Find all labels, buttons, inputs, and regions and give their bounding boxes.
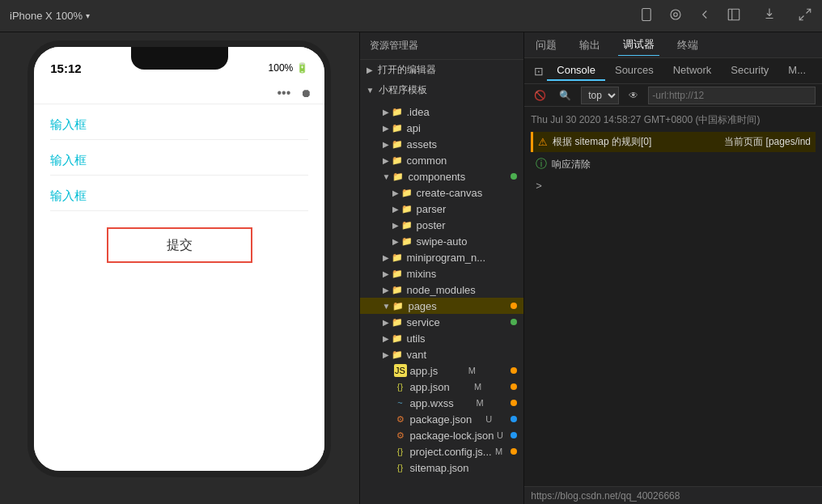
devtools-tabs-top: 问题 输出 调试器 终端: [524, 32, 822, 58]
eye-icon[interactable]: 👁: [625, 88, 642, 103]
clear-console-button[interactable]: 🚫: [531, 88, 549, 103]
item-label-miniprogram-n: miniprogram_n...: [407, 252, 486, 264]
battery-icon: 🔋: [296, 62, 308, 74]
file-item-miniprogram-n[interactable]: ▶ 📁 miniprogram_n...: [360, 249, 524, 265]
badge-app-js: [511, 367, 517, 374]
inner-tab-security[interactable]: Security: [721, 61, 778, 81]
item-label-idea: .idea: [407, 106, 430, 118]
file-item-app-js[interactable]: JS app.js M: [360, 362, 524, 379]
folder-icon-miniprogram-n: 📁: [391, 251, 404, 264]
file-item-package-lock-json[interactable]: ⚙ package-lock.json U: [360, 427, 524, 443]
file-item-poster[interactable]: ▶ 📁 poster: [360, 217, 524, 233]
file-item-parser[interactable]: ▶ 📁 parser: [360, 201, 524, 217]
inner-tab-network[interactable]: Network: [663, 61, 722, 81]
svg-line-7: [799, 15, 803, 19]
file-item-package-json[interactable]: ⚙ package.json U: [360, 411, 524, 427]
open-editors-section[interactable]: ▶ 打开的编辑器: [360, 60, 524, 80]
tab-problems[interactable]: 问题: [531, 35, 561, 56]
file-tree: ▶ 📁 .idea ▶ 📁 api ▶ 📁 assets ▶ 📁 common: [360, 100, 524, 479]
folder-icon-poster: 📁: [400, 218, 413, 231]
file-item-swipe-auto[interactable]: ▶ 📁 swipe-auto: [360, 233, 524, 249]
filter-icon[interactable]: 🔍: [556, 88, 574, 103]
inner-tab-sources[interactable]: Sources: [605, 61, 663, 81]
info-text: 响应清除: [552, 158, 591, 172]
filter-input[interactable]: [648, 87, 816, 104]
item-label-api: api: [407, 122, 421, 134]
folder-arrow-idea: ▶: [383, 108, 389, 116]
folder-icon-components: 📁: [392, 170, 405, 183]
phone-frame: 15:12 100% 🔋 ••• ⏺ 输入框 输入框 输入框 提交: [28, 40, 331, 477]
tab-debugger[interactable]: 调试器: [618, 34, 659, 56]
back-icon[interactable]: [697, 7, 712, 25]
record-phone-icon[interactable]: ⏺: [300, 87, 311, 100]
folder-icon-create-canvas: 📁: [400, 186, 413, 199]
item-label-node-modules: node_modules: [407, 284, 476, 296]
item-label-package-lock-json: package-lock.json: [410, 430, 494, 442]
file-item-idea[interactable]: ▶ 📁 .idea: [360, 104, 524, 120]
input-row-2[interactable]: 输入框: [50, 153, 308, 176]
folder-arrow-vant: ▶: [383, 350, 389, 359]
usb-icon[interactable]: [762, 7, 777, 25]
js-icon-app-js: JS: [394, 364, 407, 377]
console-prompt[interactable]: >: [531, 176, 816, 195]
badge-package-json: [511, 416, 517, 422]
folder-arrow-miniprogram-n: ▶: [383, 253, 389, 262]
tablet-icon[interactable]: [639, 7, 654, 25]
tab-terminal[interactable]: 终端: [672, 35, 703, 56]
device-selector[interactable]: iPhone X 100% ▾: [10, 10, 90, 22]
battery-label: 100%: [269, 62, 294, 74]
expand-icon[interactable]: [798, 7, 812, 25]
folder-icon-vant: 📁: [391, 348, 404, 361]
folder-arrow-mixins: ▶: [383, 269, 389, 278]
item-label-package-json: package.json: [410, 413, 472, 426]
file-item-common[interactable]: ▶ 📁 common: [360, 152, 524, 168]
badge-project-config: [511, 448, 517, 455]
file-item-vant[interactable]: ▶ 📁 vant: [360, 346, 524, 362]
file-item-mixins[interactable]: ▶ 📁 mixins: [360, 265, 524, 282]
file-item-service[interactable]: ▶ 📁 service: [360, 314, 524, 330]
file-item-project-config[interactable]: {} project.config.js... M: [360, 443, 524, 460]
file-item-app-wxss[interactable]: ~ app.wxss M: [360, 395, 524, 411]
badge-service: [511, 319, 517, 325]
svg-rect-0: [642, 8, 651, 20]
miniprogram-label: 小程序模板: [379, 83, 427, 97]
item-label-app-json: app.json: [410, 381, 450, 393]
warning-link[interactable]: 当前页面 [pages/ind: [724, 135, 811, 149]
folder-icon-idea: 📁: [391, 105, 404, 118]
window-icon[interactable]: [727, 7, 741, 25]
dots-icon[interactable]: •••: [277, 86, 290, 100]
devtools-side-btn[interactable]: ⊡: [531, 63, 547, 79]
miniprogram-section[interactable]: ▼ 小程序模板: [360, 80, 524, 100]
file-item-node-modules[interactable]: ▶ 📁 node_modules: [360, 282, 524, 298]
file-item-app-json[interactable]: {} app.json M: [360, 379, 524, 395]
folder-icon-parser: 📁: [400, 202, 413, 215]
file-item-create-canvas[interactable]: ▶ 📁 create-canvas: [360, 184, 524, 201]
file-item-api[interactable]: ▶ 📁 api: [360, 120, 524, 136]
warning-text: 根据 sitemap 的规则[0]: [553, 135, 719, 149]
file-item-utils[interactable]: ▶ 📁 utils: [360, 330, 524, 346]
record-icon[interactable]: [668, 7, 683, 25]
submit-button[interactable]: 提交: [107, 227, 252, 263]
folder-arrow-create-canvas: ▶: [392, 188, 399, 197]
item-label-poster: poster: [417, 219, 446, 231]
item-label-mixins: mixins: [407, 268, 437, 280]
inner-tab-console[interactable]: Console: [547, 61, 605, 81]
file-item-assets[interactable]: ▶ 📁 assets: [360, 136, 524, 152]
folder-icon-api: 📁: [391, 121, 404, 134]
console-timestamp: Thu Jul 30 2020 14:58:27 GMT+0800 (中国标准时…: [531, 110, 816, 130]
tab-output[interactable]: 输出: [574, 35, 605, 56]
input-row-1[interactable]: 输入框: [50, 117, 308, 140]
phone-notch: [131, 47, 228, 70]
mp-arrow-icon: ▼: [367, 86, 375, 95]
badge-components: [511, 173, 517, 180]
file-item-sitemap-json[interactable]: {} sitemap.json: [360, 460, 524, 476]
info-circle-icon: ⓘ: [536, 157, 547, 172]
input-row-3[interactable]: 输入框: [50, 188, 308, 211]
file-item-components[interactable]: ▼ 📁 components: [360, 168, 524, 184]
level-selector[interactable]: top: [581, 87, 619, 104]
svg-line-6: [807, 9, 811, 13]
file-item-pages[interactable]: ▼ 📁 pages: [360, 298, 524, 314]
inner-tab-more[interactable]: M...: [778, 61, 816, 81]
pkg-icon-package-lock-json: ⚙: [394, 429, 407, 442]
item-label-app-wxss: app.wxss: [410, 397, 454, 409]
